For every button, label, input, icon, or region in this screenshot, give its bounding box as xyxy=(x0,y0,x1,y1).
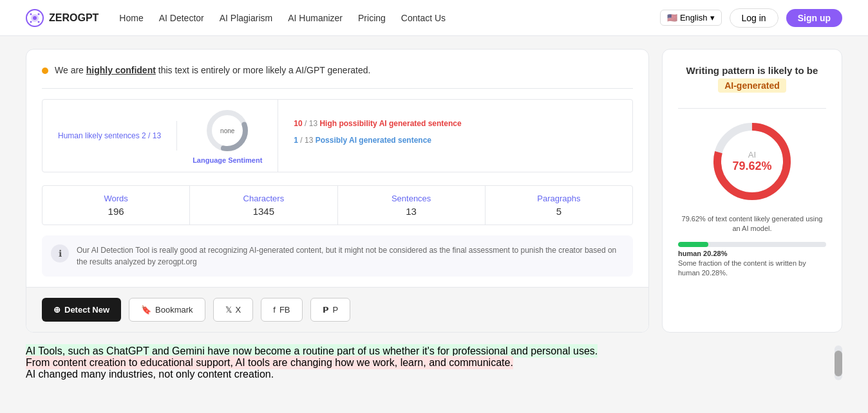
donut-label: none xyxy=(220,127,234,134)
stats-row: Human likely sentences 2 / 13 none Langu… xyxy=(42,99,633,172)
action-row: ⊕ Detect New 🔖 Bookmark 𝕏 X f FB 𝗣 P xyxy=(26,287,648,332)
x-share-button[interactable]: 𝕏 X xyxy=(213,298,254,322)
characters-stat: Characters 1345 xyxy=(190,186,337,225)
svg-point-6 xyxy=(38,21,40,23)
nav-right: 🇺🇸 English ▾ Log in Sign up xyxy=(660,8,842,28)
main-content: We are highly confident this text is ent… xyxy=(0,36,868,345)
characters-value: 1345 xyxy=(200,206,326,217)
words-stat: Words 196 xyxy=(42,186,190,225)
result-header: We are highly confident this text is ent… xyxy=(42,65,633,75)
fb-share-button[interactable]: f FB xyxy=(261,298,302,322)
ai-donut-chart: AI 79.62% xyxy=(707,116,797,206)
info-text: Our AI Detection Tool is really good at … xyxy=(77,244,624,268)
svg-point-4 xyxy=(38,13,40,15)
info-box: ℹ Our AI Detection Tool is really good a… xyxy=(42,235,633,277)
human-desc: Some fraction of the content is written … xyxy=(678,259,826,279)
human-label: human 20.28% xyxy=(678,250,826,257)
human-sentences-value: 2 / 13 xyxy=(142,131,161,140)
scrollbar-thumb[interactable] xyxy=(835,351,842,376)
navbar: ZEROGPT Home AI Detector AI Plagiarism A… xyxy=(0,0,868,36)
ai-sentences-stat: 10 / 13 High possibility AI generated se… xyxy=(278,111,632,160)
language-label: English xyxy=(680,13,708,23)
nav-pricing[interactable]: Pricing xyxy=(358,13,386,23)
words-label: Words xyxy=(53,194,179,203)
nav-ai-plagiarism[interactable]: AI Plagiarism xyxy=(220,13,272,23)
info-icon: ℹ xyxy=(51,244,69,262)
svg-point-5 xyxy=(30,21,32,23)
right-panel: Writing pattern is likely to be AI-gener… xyxy=(662,49,842,333)
nav-ai-humanizer[interactable]: AI Humanizer xyxy=(288,13,343,23)
sentiment-label: Language Sentiment xyxy=(193,156,262,164)
svg-point-2 xyxy=(33,16,37,20)
login-button[interactable]: Log in xyxy=(730,8,778,28)
logo-icon xyxy=(26,9,44,27)
flag-icon: 🇺🇸 xyxy=(667,13,677,23)
rp-header: Writing pattern is likely to be AI-gener… xyxy=(678,65,826,100)
donut-stat: none Language Sentiment xyxy=(177,100,278,172)
progress-bar-bg xyxy=(678,242,826,247)
sentences-stat: Sentences 13 xyxy=(338,186,486,225)
confidence-dot xyxy=(42,68,48,74)
logo[interactable]: ZEROGPT xyxy=(26,9,99,27)
signup-button[interactable]: Sign up xyxy=(786,9,842,27)
divider-1 xyxy=(42,88,633,89)
nav-ai-detector[interactable]: AI Detector xyxy=(159,13,204,23)
chevron-down-icon: ▾ xyxy=(710,13,715,23)
ai-generated-badge: AI-generated xyxy=(718,78,786,93)
detect-icon: ⊕ xyxy=(53,305,61,315)
sentences-value: 13 xyxy=(348,206,475,217)
p-icon: 𝗣 xyxy=(323,305,329,315)
words-value: 196 xyxy=(53,206,179,217)
paragraphs-label: Paragraphs xyxy=(496,194,622,203)
bookmark-icon: 🔖 xyxy=(141,305,151,315)
paragraphs-value: 5 xyxy=(496,206,622,217)
confidence-pre: We are xyxy=(55,65,86,75)
confidence-strong: highly confident xyxy=(86,65,156,75)
left-panel: We are highly confident this text is ent… xyxy=(26,49,649,333)
progress-bar-fill xyxy=(678,242,708,247)
sentences-label: Sentences xyxy=(348,194,475,203)
nav-home[interactable]: Home xyxy=(119,13,143,23)
possible-ai-sentence: 1 / 13 Possibly AI generated sentence xyxy=(294,136,617,145)
scrollbar[interactable] xyxy=(835,345,842,380)
donut-big-label: AI 79.62% xyxy=(732,150,771,173)
logo-text: ZEROGPT xyxy=(49,12,99,24)
language-selector[interactable]: 🇺🇸 English ▾ xyxy=(660,10,722,26)
human-sentences-label: Human likely sentences 2 / 13 xyxy=(58,131,161,140)
confidence-message: We are highly confident this text is ent… xyxy=(55,65,370,75)
highlighted-text-2: From content creation to educational sup… xyxy=(26,356,513,369)
paragraphs-stat: Paragraphs 5 xyxy=(486,186,632,225)
rp-divider xyxy=(678,108,826,109)
svg-point-3 xyxy=(30,13,32,15)
p-share-button[interactable]: 𝗣 P xyxy=(310,298,351,322)
rp-title: Writing pattern is likely to be xyxy=(678,65,826,76)
bottom-section: AI Tools, such as ChatGPT and Gemini hav… xyxy=(0,345,868,380)
human-progress: human 20.28% Some fraction of the conten… xyxy=(678,242,826,279)
text-paragraph-2: From content creation to educational sup… xyxy=(26,357,829,369)
rp-ai-desc: 79.62% of text content likely generated … xyxy=(678,214,826,234)
plain-text-3: AI changed many industries, not only con… xyxy=(26,369,274,380)
bookmark-button[interactable]: 🔖 Bookmark xyxy=(129,298,205,322)
confidence-post: this text is entirely or more likely a A… xyxy=(156,65,371,75)
human-sentences-stat: Human likely sentences 2 / 13 xyxy=(42,121,177,151)
language-donut: none xyxy=(204,107,250,154)
word-count-row: Words 196 Characters 1345 Sentences 13 P… xyxy=(42,185,633,225)
fb-icon: f xyxy=(273,305,276,315)
nav-links: Home AI Detector AI Plagiarism AI Humani… xyxy=(119,12,639,24)
characters-label: Characters xyxy=(200,194,326,203)
nav-contact[interactable]: Contact Us xyxy=(401,13,446,23)
text-section: AI Tools, such as ChatGPT and Gemini hav… xyxy=(26,345,829,380)
detect-new-button[interactable]: ⊕ Detect New xyxy=(42,298,121,322)
x-icon: 𝕏 xyxy=(225,305,232,315)
text-paragraph-3: AI changed many industries, not only con… xyxy=(26,369,829,380)
high-ai-sentence: 10 / 13 High possibility AI generated se… xyxy=(294,119,617,128)
